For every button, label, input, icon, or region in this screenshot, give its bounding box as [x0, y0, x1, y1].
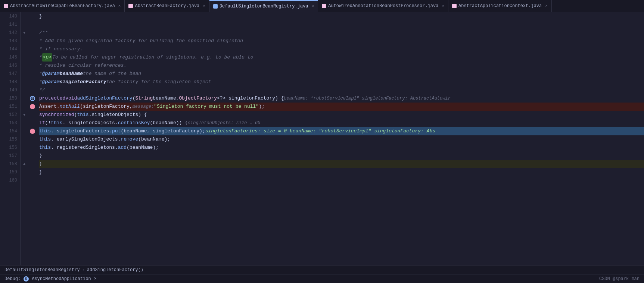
code-line-152: synchronized (this. singletonObjects) {	[39, 111, 644, 119]
debug-144	[29, 45, 36, 53]
tab-close-4[interactable]: ×	[545, 4, 548, 8]
debug-gutter: @	[28, 12, 36, 265]
code-line-142: /**	[39, 29, 644, 37]
tab-close-1[interactable]: ×	[203, 4, 205, 8]
code-line-154: this. singletonFactories.put(beanName, s…	[39, 127, 644, 135]
debug-143	[29, 37, 36, 45]
code-line-140: }	[39, 12, 644, 21]
status-bar: Debug: D AsyncMethodApplication × CSDN @…	[0, 274, 644, 283]
breakpoint-151[interactable]	[30, 104, 35, 109]
tab-abstract-application[interactable]: AbstractApplicationContext.java ×	[448, 0, 552, 12]
line-num-151: 151	[7, 103, 17, 111]
line-num-146: 146	[7, 62, 17, 70]
line-num-160: 160	[7, 176, 17, 185]
code-line-150: protected void addSingletonFactory(Strin…	[39, 94, 644, 103]
debug-158	[29, 160, 36, 168]
debug-157	[29, 152, 36, 160]
line-num-156: 156	[7, 144, 17, 152]
fold-143	[21, 37, 28, 45]
debug-141	[29, 21, 36, 29]
tab-label-1: AbstractBeanFactory.java	[135, 3, 199, 9]
tab-label-2: DefaultSingletonBeanRegistry.java	[220, 4, 308, 9]
breadcrumb-method[interactable]: addSingletonFactory()	[87, 267, 143, 273]
debug-145	[29, 53, 36, 62]
breadcrumb-bar: DefaultSingletonBeanRegistry › addSingle…	[0, 265, 644, 274]
fold-153	[21, 119, 28, 127]
fold-154	[21, 127, 28, 135]
tab-label-3: AutowiredAnnotationBeanPostProcessor.jav…	[328, 3, 438, 9]
debug-147	[29, 70, 36, 78]
line-num-143: 143	[7, 37, 17, 45]
debug-label: Debug:	[4, 276, 21, 282]
tab-label-4: AbstractApplicationContext.java	[458, 3, 542, 9]
line-num-153: 153	[7, 119, 17, 127]
code-line-153: if (!this. singletonObjects.containsKey(…	[39, 119, 644, 127]
code-area[interactable]: } /** * Add the given singleton factory …	[36, 12, 644, 265]
line-num-155: 155	[7, 135, 17, 144]
tab-default-singleton[interactable]: DefaultSingletonBeanRegistry.java ×	[209, 0, 318, 12]
debug-156	[29, 144, 36, 152]
app-close[interactable]: ×	[94, 276, 97, 282]
line-num-159: 159	[7, 168, 17, 176]
breakpoint-154[interactable]	[30, 129, 35, 134]
line-num-144: 144	[7, 45, 17, 53]
fold-155	[21, 135, 28, 144]
tab-abstract-bean-factory[interactable]: AbstractBeanFactory.java ×	[125, 0, 209, 12]
tab-autowired-annotation[interactable]: AutowiredAnnotationBeanPostProcessor.jav…	[318, 0, 448, 12]
code-line-157: }	[39, 152, 644, 160]
debug-154[interactable]	[29, 127, 36, 135]
debug-142	[29, 29, 36, 37]
debug-151[interactable]	[29, 103, 36, 111]
fold-150	[21, 94, 28, 103]
code-line-159: }	[39, 168, 644, 176]
fold-gutter: ▼ ▼ ▲	[21, 12, 28, 265]
code-line-149: */	[39, 86, 644, 94]
debug-160	[29, 176, 36, 185]
fold-141	[21, 21, 28, 29]
fold-142[interactable]: ▼	[21, 29, 28, 37]
code-line-141	[39, 21, 644, 29]
fold-140	[21, 12, 28, 21]
tab-icon-0	[4, 4, 8, 8]
tab-close-3[interactable]: ×	[442, 4, 444, 8]
debug-152	[29, 111, 36, 119]
debug-159	[29, 168, 36, 176]
tab-close-0[interactable]: ×	[118, 4, 121, 8]
fold-152[interactable]: ▼	[21, 111, 28, 119]
line-num-145: 145	[7, 53, 17, 62]
debug-155	[29, 135, 36, 144]
line-num-148: 148	[7, 78, 17, 86]
debug-140	[29, 12, 36, 21]
status-right-text: CSDN @spark man	[599, 276, 640, 282]
fold-158[interactable]: ▲	[21, 160, 28, 168]
fold-145	[21, 53, 28, 62]
line-num-154: 154	[7, 127, 17, 135]
debug-149	[29, 86, 36, 94]
line-num-140: 140	[7, 12, 17, 21]
editor-container: 140 141 142 143 144 145 146 147 148 149 …	[0, 12, 644, 265]
code-line-155: this. earlySingletonObjects.remove(beanN…	[39, 135, 644, 144]
tab-close-2[interactable]: ×	[312, 4, 314, 9]
code-line-156: this. registeredSingletons.add(beanName)…	[39, 144, 644, 152]
code-line-158: }	[39, 160, 644, 168]
fold-156	[21, 144, 28, 152]
debug-148	[29, 78, 36, 86]
line-num-142: 142	[7, 29, 17, 37]
tab-icon-2	[213, 4, 218, 9]
fold-151	[21, 103, 28, 111]
debug-146	[29, 62, 36, 70]
annotation-marker-150: @	[30, 96, 35, 101]
app-label[interactable]: AsyncMethodApplication	[32, 276, 91, 282]
tab-label-0: AbstractAutowireCapableBeanFactory.java	[10, 3, 115, 9]
fold-160	[21, 176, 28, 185]
app-debug-icon: D	[24, 276, 29, 282]
tab-bar: AbstractAutowireCapableBeanFactory.java …	[0, 0, 644, 12]
breadcrumb-class[interactable]: DefaultSingletonBeanRegistry	[4, 267, 80, 273]
tab-icon-1	[128, 4, 133, 8]
code-line-146: * resolve circular references.	[39, 62, 644, 70]
code-line-145: * <p>To be called for eager registration…	[39, 53, 644, 62]
fold-144	[21, 45, 28, 53]
code-line-144: * if necessary.	[39, 45, 644, 53]
tab-abstract-autowire[interactable]: AbstractAutowireCapableBeanFactory.java …	[0, 0, 125, 12]
fold-146	[21, 62, 28, 70]
